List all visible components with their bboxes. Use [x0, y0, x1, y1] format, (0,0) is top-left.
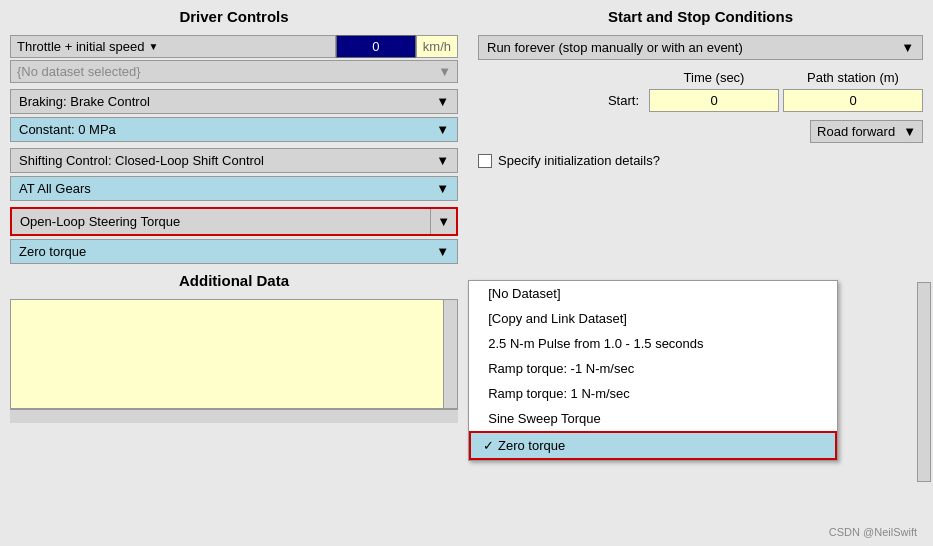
additional-textarea[interactable] [11, 300, 457, 408]
dropdown-item-0-label: [No Dataset] [488, 286, 560, 301]
dropdown-item-5[interactable]: Sine Sweep Torque [469, 406, 837, 431]
run-forever-label: Run forever (stop manually or with an ev… [487, 40, 743, 55]
dataset-placeholder: {No dataset selected} [17, 64, 141, 79]
start-stop-title: Start and Stop Conditions [478, 8, 923, 25]
steering-label: Open-Loop Steering Torque [20, 214, 180, 229]
steering-row: Open-Loop Steering Torque ▼ [10, 207, 458, 236]
dataset-arrow: ▼ [438, 64, 451, 79]
right-panel: Start and Stop Conditions Run forever (s… [468, 0, 933, 546]
throttle-row: Throttle + initial speed ▼ 0 km/h [10, 35, 458, 58]
braking-arrow: ▼ [436, 94, 449, 109]
dropdown-item-1[interactable]: [Copy and Link Dataset] [469, 306, 837, 331]
additional-textarea-container [10, 299, 458, 409]
shifting-sub-label: AT All Gears [19, 181, 91, 196]
throttle-unit: km/h [416, 35, 458, 58]
dropdown-item-3[interactable]: Ramp torque: -1 N-m/sec [469, 356, 837, 381]
dropdown-item-0-check [481, 286, 488, 301]
braking-label: Braking: Brake Control [19, 94, 150, 109]
textarea-vertical-scrollbar[interactable] [443, 300, 457, 408]
throttle-arrow: ▼ [149, 41, 159, 52]
dropdown-item-6-label: Zero torque [498, 438, 565, 453]
throttle-dropdown[interactable]: Throttle + initial speed ▼ [10, 35, 336, 58]
road-forward-arrow: ▼ [903, 124, 916, 139]
dataset-row: {No dataset selected} ▼ [10, 60, 458, 83]
dropdown-item-4-label: Ramp torque: 1 N-m/sec [488, 386, 630, 401]
dropdown-item-3-label: Ramp torque: -1 N-m/sec [488, 361, 634, 376]
braking-dropdown[interactable]: Braking: Brake Control ▼ [10, 89, 458, 114]
zero-torque-label: Zero torque [19, 244, 86, 259]
dropdown-item-1-label: [Copy and Link Dataset] [488, 311, 627, 326]
dropdown-item-2-check [481, 336, 488, 351]
run-forever-dropdown[interactable]: Run forever (stop manually or with an ev… [478, 35, 923, 60]
specify-label: Specify initialization details? [498, 153, 660, 168]
textarea-horizontal-scrollbar[interactable] [10, 409, 458, 423]
dropdown-item-1-check [481, 311, 488, 326]
dropdown-item-5-label: Sine Sweep Torque [488, 411, 601, 426]
shifting-label: Shifting Control: Closed-Loop Shift Cont… [19, 153, 264, 168]
dropdown-item-4-check [481, 386, 488, 401]
specify-row: Specify initialization details? [478, 153, 923, 168]
additional-section: Additional Data [10, 272, 458, 423]
throttle-value[interactable]: 0 [336, 35, 416, 58]
braking-sub-arrow: ▼ [436, 122, 449, 137]
shifting-arrow: ▼ [436, 153, 449, 168]
start-time-value[interactable]: 0 [649, 89, 779, 112]
additional-title: Additional Data [10, 272, 458, 289]
zero-torque-dropdown[interactable]: Zero torque ▼ [10, 239, 458, 264]
shifting-sub-arrow: ▼ [436, 181, 449, 196]
dropdown-item-0[interactable]: [No Dataset] [469, 281, 837, 306]
start-label: Start: [478, 93, 645, 108]
dropdown-item-4[interactable]: Ramp torque: 1 N-m/sec [469, 381, 837, 406]
dropdown-item-5-check [481, 411, 488, 426]
steering-dropdown[interactable]: Open-Loop Steering Torque [12, 209, 430, 234]
zero-torque-arrow: ▼ [436, 244, 449, 259]
dropdown-item-3-check [481, 361, 488, 376]
watermark: CSDN @NeilSwift [829, 526, 917, 538]
braking-sub-label: Constant: 0 MPa [19, 122, 116, 137]
dropdown-item-2[interactable]: 2.5 N-m Pulse from 1.0 - 1.5 seconds [469, 331, 837, 356]
specify-checkbox[interactable] [478, 154, 492, 168]
shifting-sub-dropdown[interactable]: AT All Gears ▼ [10, 176, 458, 201]
dropdown-item-6[interactable]: ✓ Zero torque [469, 431, 837, 460]
dataset-dropdown[interactable]: {No dataset selected} ▼ [10, 60, 458, 83]
road-forward-label: Road forward [817, 124, 895, 139]
start-path-value[interactable]: 0 [783, 89, 923, 112]
braking-sub-dropdown[interactable]: Constant: 0 MPa ▼ [10, 117, 458, 142]
shifting-dropdown[interactable]: Shifting Control: Closed-Loop Shift Cont… [10, 148, 458, 173]
start-stop-grid: Time (sec) Path station (m) Start: 0 0 [478, 70, 923, 112]
path-header: Path station (m) [783, 70, 923, 85]
run-forever-row: Run forever (stop manually or with an ev… [478, 35, 923, 60]
dropdown-item-6-check: ✓ [483, 438, 494, 453]
steering-dropdown-overlay: [No Dataset] [Copy and Link Dataset] 2.5… [468, 280, 838, 461]
steering-arrow[interactable]: ▼ [430, 209, 456, 234]
road-forward-dropdown[interactable]: Road forward ▼ [810, 120, 923, 143]
right-panel-scrollbar[interactable] [917, 282, 931, 482]
throttle-label: Throttle + initial speed [17, 39, 145, 54]
driver-controls-title: Driver Controls [10, 8, 458, 25]
road-forward-row: Road forward ▼ [478, 120, 923, 143]
run-forever-arrow: ▼ [901, 40, 914, 55]
dropdown-item-2-label: 2.5 N-m Pulse from 1.0 - 1.5 seconds [488, 336, 703, 351]
time-header: Time (sec) [649, 70, 779, 85]
